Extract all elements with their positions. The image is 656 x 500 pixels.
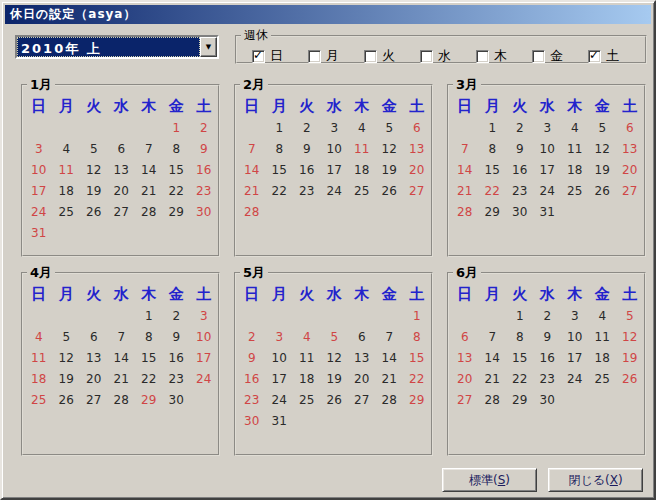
date-cell[interactable]: 17: [561, 349, 589, 370]
date-cell[interactable]: 5: [321, 328, 349, 349]
date-cell[interactable]: 15: [163, 161, 191, 182]
date-cell[interactable]: 20: [348, 370, 376, 391]
date-cell[interactable]: 24: [561, 370, 589, 391]
date-cell[interactable]: 7: [479, 328, 507, 349]
date-cell[interactable]: 28: [135, 203, 163, 224]
date-cell[interactable]: 20: [616, 161, 644, 182]
date-cell[interactable]: 12: [616, 328, 644, 349]
combo-dropdown-button[interactable]: ▼: [200, 37, 217, 57]
date-cell[interactable]: 28: [376, 391, 404, 412]
checkbox-sat[interactable]: ✓: [588, 50, 601, 63]
date-cell[interactable]: 23: [506, 182, 534, 203]
date-cell[interactable]: 4: [53, 140, 81, 161]
period-select[interactable]: 2010年 上 ▼: [15, 35, 219, 59]
date-cell[interactable]: 21: [238, 182, 266, 203]
date-cell[interactable]: 18: [25, 370, 53, 391]
date-cell[interactable]: 12: [53, 349, 81, 370]
date-cell[interactable]: 16: [293, 161, 321, 182]
date-cell[interactable]: 29: [506, 391, 534, 412]
date-cell[interactable]: 8: [479, 140, 507, 161]
date-cell[interactable]: 23: [163, 370, 191, 391]
date-cell[interactable]: 9: [238, 349, 266, 370]
date-cell[interactable]: 9: [506, 140, 534, 161]
date-cell[interactable]: 30: [163, 391, 191, 412]
date-cell[interactable]: 22: [266, 182, 294, 203]
date-cell[interactable]: 6: [108, 140, 136, 161]
date-cell[interactable]: 18: [589, 349, 617, 370]
date-cell[interactable]: 7: [451, 140, 479, 161]
date-cell[interactable]: 24: [321, 182, 349, 203]
date-cell[interactable]: 6: [348, 328, 376, 349]
date-cell[interactable]: 18: [293, 370, 321, 391]
date-cell[interactable]: 26: [321, 391, 349, 412]
date-cell[interactable]: 26: [376, 182, 404, 203]
date-cell[interactable]: 23: [293, 182, 321, 203]
date-cell[interactable]: 8: [506, 328, 534, 349]
date-cell[interactable]: 24: [534, 182, 562, 203]
date-cell[interactable]: 25: [53, 203, 81, 224]
date-cell[interactable]: 11: [561, 140, 589, 161]
date-cell[interactable]: 17: [534, 161, 562, 182]
date-cell[interactable]: 28: [108, 391, 136, 412]
date-cell[interactable]: 19: [376, 161, 404, 182]
date-cell[interactable]: 17: [190, 349, 218, 370]
date-cell[interactable]: 5: [53, 328, 81, 349]
date-cell[interactable]: 1: [266, 119, 294, 140]
date-cell[interactable]: 13: [108, 161, 136, 182]
date-cell[interactable]: 10: [534, 140, 562, 161]
date-cell[interactable]: 14: [376, 349, 404, 370]
date-cell[interactable]: 2: [506, 119, 534, 140]
date-cell[interactable]: 6: [403, 119, 431, 140]
date-cell[interactable]: 25: [589, 370, 617, 391]
date-cell[interactable]: 28: [238, 203, 266, 224]
date-cell[interactable]: 1: [403, 307, 431, 328]
date-cell[interactable]: 3: [25, 140, 53, 161]
date-cell[interactable]: 7: [238, 140, 266, 161]
date-cell[interactable]: 2: [534, 307, 562, 328]
date-cell[interactable]: 22: [479, 182, 507, 203]
date-cell[interactable]: 15: [479, 161, 507, 182]
date-cell[interactable]: 13: [451, 349, 479, 370]
date-cell[interactable]: 8: [403, 328, 431, 349]
date-cell[interactable]: 20: [108, 182, 136, 203]
date-cell[interactable]: 8: [163, 140, 191, 161]
checkbox-sun[interactable]: ✓: [252, 50, 265, 63]
date-cell[interactable]: 14: [451, 161, 479, 182]
date-cell[interactable]: 28: [479, 391, 507, 412]
date-cell[interactable]: 9: [190, 140, 218, 161]
date-cell[interactable]: 2: [293, 119, 321, 140]
date-cell[interactable]: 1: [163, 119, 191, 140]
date-cell[interactable]: 9: [163, 328, 191, 349]
date-cell[interactable]: 5: [589, 119, 617, 140]
date-cell[interactable]: 19: [80, 182, 108, 203]
date-cell[interactable]: 7: [135, 140, 163, 161]
date-cell[interactable]: 10: [25, 161, 53, 182]
date-cell[interactable]: 2: [163, 307, 191, 328]
date-cell[interactable]: 24: [190, 370, 218, 391]
date-cell[interactable]: 12: [376, 140, 404, 161]
date-cell[interactable]: 15: [506, 349, 534, 370]
date-cell[interactable]: 1: [506, 307, 534, 328]
date-cell[interactable]: 30: [534, 391, 562, 412]
date-cell[interactable]: 5: [376, 119, 404, 140]
close-button[interactable]: 閉じる(X): [548, 468, 643, 492]
date-cell[interactable]: 16: [534, 349, 562, 370]
date-cell[interactable]: 30: [506, 203, 534, 224]
date-cell[interactable]: 27: [616, 182, 644, 203]
date-cell[interactable]: 22: [403, 370, 431, 391]
date-cell[interactable]: 4: [348, 119, 376, 140]
date-cell[interactable]: 20: [403, 161, 431, 182]
date-cell[interactable]: 2: [238, 328, 266, 349]
date-cell[interactable]: 19: [616, 349, 644, 370]
date-cell[interactable]: 18: [53, 182, 81, 203]
date-cell[interactable]: 3: [561, 307, 589, 328]
date-cell[interactable]: 8: [266, 140, 294, 161]
date-cell[interactable]: 7: [376, 328, 404, 349]
date-cell[interactable]: 11: [25, 349, 53, 370]
date-cell[interactable]: 21: [376, 370, 404, 391]
date-cell[interactable]: 29: [403, 391, 431, 412]
date-cell[interactable]: 17: [266, 370, 294, 391]
checkbox-wed[interactable]: [420, 50, 433, 63]
date-cell[interactable]: 4: [25, 328, 53, 349]
date-cell[interactable]: 29: [479, 203, 507, 224]
